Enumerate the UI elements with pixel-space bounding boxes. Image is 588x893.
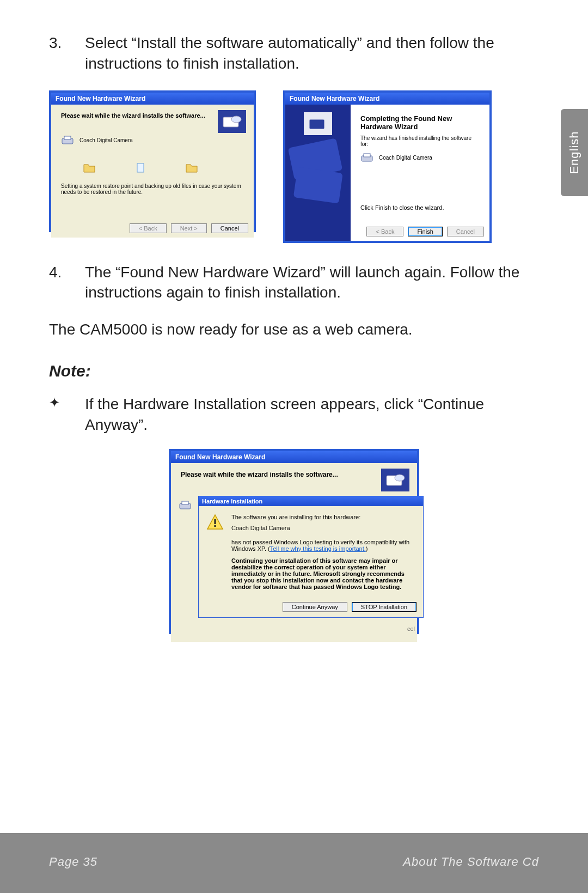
dialog1-device-row: Coach Digital Camera [61, 135, 244, 146]
ready-line: The CAM5000 is now ready for use as a we… [49, 319, 539, 340]
bold-warning: Continuing your installation of this sof… [231, 557, 415, 590]
step-3: 3. Select “Install the software automati… [49, 33, 539, 74]
svg-rect-7 [293, 167, 343, 203]
svg-rect-15 [215, 525, 216, 527]
screenshot-row-2: Found New Hardware Wizard Please wait wh… [49, 449, 539, 634]
section-title: About The Software Cd [403, 855, 539, 869]
folder-icon [185, 162, 198, 173]
dialog2-device-row: Coach Digital Camera [360, 153, 480, 163]
svg-rect-14 [215, 519, 216, 524]
wizard-complete-dialog: Found New Hardware Wizard Completing the… [283, 90, 492, 243]
cancel-button[interactable]: Cancel [211, 223, 248, 233]
hardware-installation-dialog: Found New Hardware Wizard Please wait wh… [169, 449, 419, 634]
note-bullet: ✦ If the Hardware Installation screen ap… [49, 394, 539, 435]
wizard-cd-icon [381, 469, 409, 491]
dialog2-heading: Completing the Found New Hardware Wizard [360, 114, 480, 131]
printer-icon [61, 135, 74, 146]
step-4-text: The “Found New Hardware Wizard” will lau… [85, 262, 539, 303]
dialog1-title: Found New Hardware Wizard [51, 93, 254, 105]
stop-installation-button[interactable]: STOP Installation [352, 602, 416, 612]
subdialog-button-row: Continue Anyway STOP Installation [283, 602, 416, 612]
svg-rect-3 [64, 136, 71, 139]
step-4: 4. The “Found New Hardware Wizard” will … [49, 262, 539, 303]
cancel-button[interactable]: Cancel [447, 227, 484, 236]
warning-icon [206, 514, 224, 530]
svg-point-1 [231, 116, 241, 123]
note-text: If the Hardware Installation screen appe… [85, 394, 539, 435]
hardware-warning-subdialog: Hardware Installation The software you a… [198, 496, 424, 618]
printer-icon [360, 153, 373, 163]
dialog2-title: Found New Hardware Wizard [285, 93, 489, 105]
dialog3-outer-msg: Please wait while the wizard installs th… [181, 471, 407, 478]
dialog2-close-line: Click Finish to close the wizard. [360, 204, 444, 211]
subdialog-title: Hardware Installation [199, 496, 423, 506]
language-tab: English [561, 109, 588, 196]
doc-icon [134, 162, 147, 173]
page-footer: Page 35 About The Software Cd [0, 833, 588, 893]
dialog1-body: Please wait while the wizard installs th… [51, 105, 254, 238]
star-icon: ✦ [49, 394, 85, 435]
back-button[interactable]: < Back [130, 223, 167, 233]
step-3-number: 3. [49, 33, 85, 74]
svg-rect-4 [137, 163, 144, 172]
back-button[interactable]: < Back [366, 227, 403, 236]
printer-icon [179, 500, 192, 511]
screenshot-row: Found New Hardware Wizard Please wait wh… [49, 90, 539, 243]
dialog1-restore-msg: Setting a system restore point and backi… [61, 183, 244, 195]
language-label: English [567, 131, 581, 174]
note-heading: Note: [49, 362, 539, 380]
svg-rect-9 [364, 154, 370, 157]
wizard-installing-dialog: Found New Hardware Wizard Please wait wh… [49, 90, 256, 232]
dialog2-button-row: < Back Finish Cancel [366, 227, 484, 236]
dialog2-device-name: Coach Digital Camera [379, 155, 432, 161]
dialog3-outer-title: Found New Hardware Wizard [171, 451, 417, 463]
dialog1-button-row: < Back Next > Cancel [130, 223, 248, 233]
dialog2-body: Completing the Found New Hardware Wizard… [351, 105, 489, 241]
wizard-cd-icon [218, 110, 246, 133]
dialog1-device-name: Coach Digital Camera [79, 137, 133, 143]
wizard-side-graphic [285, 105, 351, 241]
bg-cancel-fragment: cel [407, 625, 415, 632]
manual-page: English 3. Select “Install the software … [0, 0, 588, 893]
folder-icon [83, 162, 96, 173]
page-number: Page 35 [49, 855, 97, 869]
warn-intro: The software you are installing for this… [231, 514, 415, 520]
next-button[interactable]: Next > [171, 223, 207, 233]
svg-rect-13 [182, 501, 188, 505]
step-3-text: Select “Install the software automatical… [85, 33, 539, 74]
finish-button[interactable]: Finish [408, 227, 442, 236]
dialog2-done-line: The wizard has finished installing the s… [360, 135, 480, 147]
dialog1-progress-icons [83, 162, 244, 173]
warn-device: Coach Digital Camera [231, 525, 415, 531]
svg-point-11 [395, 475, 405, 481]
step-4-number: 4. [49, 262, 85, 303]
logo-link[interactable]: Tell me why this testing is important. [270, 545, 366, 552]
logo-testing-line: has not passed Windows Logo testing to v… [231, 539, 415, 552]
dialog1-header-msg: Please wait while the wizard installs th… [61, 112, 244, 119]
continue-anyway-button[interactable]: Continue Anyway [283, 602, 347, 612]
